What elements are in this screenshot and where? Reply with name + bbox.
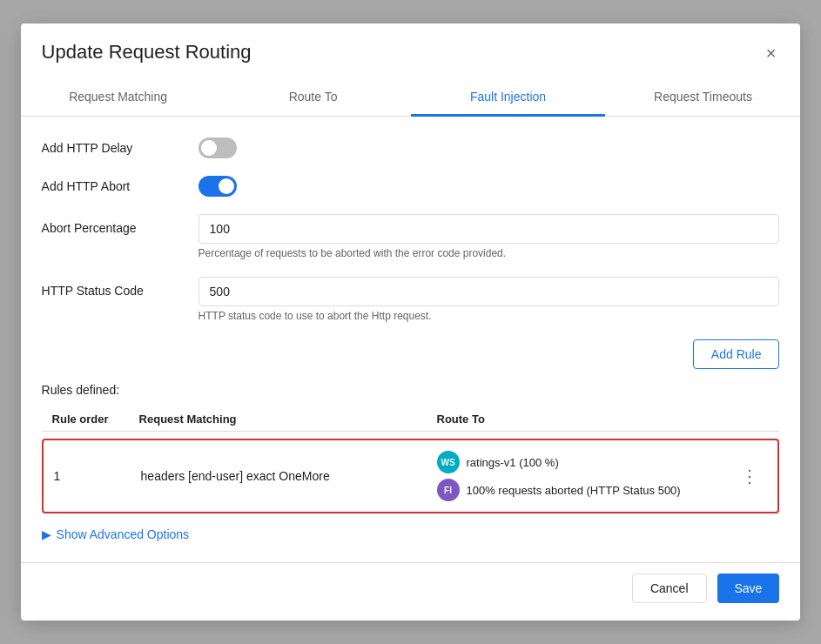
table-row: 1 headers [end-user] exact OneMore WS ra… [42, 439, 780, 513]
tab-request-timeouts[interactable]: Request Timeouts [605, 79, 800, 117]
chevron-right-icon: ▶ [42, 527, 51, 541]
abort-percentage-input-group: Percentage of requests to be aborted wit… [199, 214, 780, 259]
add-rule-row: Add Rule [42, 339, 780, 369]
fi-badge: FI [437, 479, 460, 501]
close-button[interactable]: × [763, 41, 780, 65]
col-matching: Request Matching [139, 413, 437, 426]
modal-body: Add HTTP Delay Add HTTP Abort Abort Perc… [21, 117, 801, 555]
http-status-code-label: HTTP Status Code [42, 277, 199, 298]
cancel-button[interactable]: Cancel [632, 574, 707, 603]
tab-fault-injection[interactable]: Fault Injection [411, 79, 606, 117]
advanced-options-row[interactable]: ▶ Show Advanced Options [42, 527, 780, 541]
http-status-code-input-group: HTTP status code to use to abort the Htt… [199, 277, 780, 322]
rule-matching: headers [end-user] exact OneMore [141, 469, 437, 483]
http-delay-row: Add HTTP Delay [42, 138, 780, 158]
kebab-menu-button[interactable]: ⋮ [732, 462, 767, 490]
rules-label: Rules defined: [42, 383, 780, 397]
modal-title: Update Request Routing [42, 41, 252, 64]
modal: Update Request Routing × Request Matchin… [21, 23, 801, 621]
abort-percentage-input[interactable] [199, 214, 780, 244]
fi-route-text: 100% requests aborted (HTTP Status 500) [467, 484, 681, 497]
modal-overlay: Update Request Routing × Request Matchin… [0, 0, 821, 644]
tab-route-to[interactable]: Route To [216, 79, 411, 117]
http-delay-slider [199, 138, 237, 158]
ws-badge: WS [437, 451, 460, 473]
tabs-container: Request Matching Route To Fault Injectio… [21, 79, 801, 117]
col-route: Route To [437, 413, 735, 426]
http-status-code-hint: HTTP status code to use to abort the Htt… [199, 310, 780, 322]
route-ws-row: WS ratings-v1 (100 %) [437, 451, 733, 473]
col-order: Rule order [52, 413, 139, 426]
http-status-code-row: HTTP Status Code HTTP status code to use… [42, 277, 780, 322]
http-delay-toggle[interactable] [199, 138, 237, 158]
save-button[interactable]: Save [717, 574, 780, 603]
modal-header: Update Request Routing × [21, 23, 801, 65]
rules-table-header: Rule order Request Matching Route To [42, 407, 780, 432]
tab-request-matching[interactable]: Request Matching [21, 79, 216, 117]
http-abort-slider [199, 176, 237, 197]
abort-percentage-label: Abort Percentage [42, 214, 199, 235]
advanced-options-label: Show Advanced Options [57, 527, 190, 541]
route-to-column: WS ratings-v1 (100 %) FI 100% requests a… [437, 451, 733, 501]
rule-order: 1 [54, 469, 141, 483]
ws-route-text: ratings-v1 (100 %) [467, 456, 559, 469]
http-abort-label: Add HTTP Abort [42, 179, 199, 193]
abort-percentage-row: Abort Percentage Percentage of requests … [42, 214, 780, 259]
route-fi-row: FI 100% requests aborted (HTTP Status 50… [437, 479, 733, 501]
http-status-code-input[interactable] [199, 277, 780, 306]
abort-percentage-hint: Percentage of requests to be aborted wit… [199, 247, 780, 259]
add-rule-button[interactable]: Add Rule [693, 339, 780, 369]
http-abort-toggle[interactable] [199, 176, 237, 197]
http-delay-label: Add HTTP Delay [42, 141, 199, 155]
modal-footer: Cancel Save [21, 562, 801, 621]
http-abort-row: Add HTTP Abort [42, 176, 780, 197]
